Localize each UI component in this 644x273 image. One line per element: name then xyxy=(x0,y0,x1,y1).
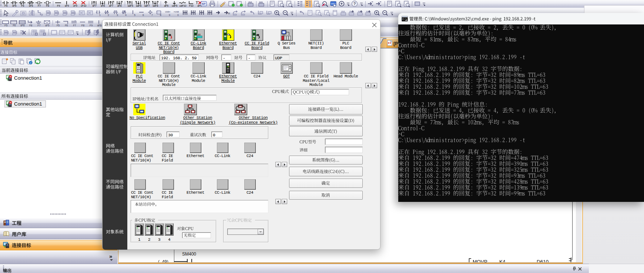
svg-text:2: 2 xyxy=(108,14,109,16)
svg-text:VAR=: VAR= xyxy=(165,11,171,13)
svg-text:R: R xyxy=(228,12,230,15)
svg-text:ST: ST xyxy=(202,2,205,6)
svg-text:7: 7 xyxy=(151,14,153,16)
svg-text:?: ? xyxy=(353,1,356,6)
svg-text:9: 9 xyxy=(169,14,170,16)
svg-text:8: 8 xyxy=(160,14,161,16)
svg-text:=VAR: =VAR xyxy=(174,11,179,13)
svg-text:5: 5 xyxy=(134,14,135,16)
svg-text:0: 0 xyxy=(177,14,179,16)
svg-text:1: 1 xyxy=(99,14,101,16)
svg-text:3: 3 xyxy=(117,14,118,16)
svg-text:6: 6 xyxy=(142,14,144,16)
svg-text:4: 4 xyxy=(125,14,127,16)
